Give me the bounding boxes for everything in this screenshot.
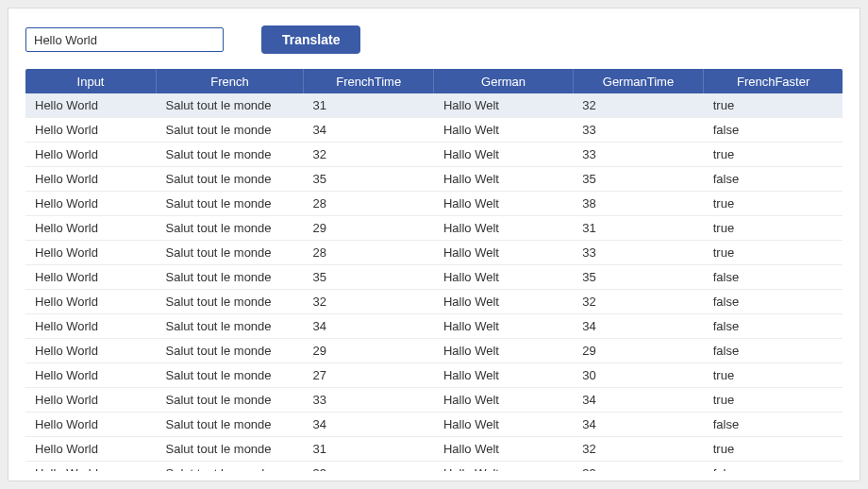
cell-input: Hello World: [25, 216, 157, 241]
cell-german: Hallo Welt: [434, 167, 573, 192]
cell-input: Hello World: [25, 388, 157, 413]
col-header-french-time[interactable]: FrenchTime: [303, 69, 434, 93]
cell-input: Hello World: [25, 93, 157, 118]
col-header-input[interactable]: Input: [25, 69, 157, 93]
cell-french: Salut tout le monde: [157, 413, 304, 437]
cell-french-time: 34: [303, 118, 434, 143]
cell-german-time: 33: [573, 462, 704, 472]
cell-french-faster: false: [704, 339, 843, 363]
cell-input: Hello World: [25, 192, 157, 216]
cell-input: Hello World: [25, 118, 157, 143]
cell-french-time: 33: [303, 388, 434, 413]
cell-french-time: 27: [303, 363, 434, 388]
cell-german: Hallo Welt: [434, 216, 573, 241]
cell-french: Salut tout le monde: [157, 437, 304, 462]
table-row[interactable]: Hello WorldSalut tout le monde32Hallo We…: [25, 290, 843, 314]
cell-german: Hallo Welt: [434, 241, 573, 265]
toolbar: Translate: [25, 25, 843, 54]
cell-french: Salut tout le monde: [157, 290, 304, 314]
cell-german: Hallo Welt: [434, 265, 573, 290]
cell-german: Hallo Welt: [434, 314, 573, 339]
table-row[interactable]: Hello WorldSalut tout le monde35Hallo We…: [25, 265, 843, 290]
cell-german: Hallo Welt: [434, 363, 573, 388]
cell-german: Hallo Welt: [434, 118, 573, 143]
cell-french: Salut tout le monde: [157, 241, 304, 265]
cell-german-time: 29: [573, 339, 704, 363]
cell-french-time: 31: [303, 437, 434, 462]
cell-german: Hallo Welt: [434, 192, 573, 216]
table-row[interactable]: Hello WorldSalut tout le monde35Hallo We…: [25, 167, 843, 192]
col-header-german[interactable]: German: [434, 69, 573, 93]
table-row[interactable]: Hello WorldSalut tout le monde29Hallo We…: [25, 339, 843, 363]
cell-german-time: 31: [573, 216, 704, 241]
cell-german: Hallo Welt: [434, 437, 573, 462]
table-row[interactable]: Hello WorldSalut tout le monde34Hallo We…: [25, 413, 843, 437]
cell-french-time: 29: [303, 216, 434, 241]
cell-french-time: 32: [303, 143, 434, 167]
results-grid[interactable]: Input French FrenchTime German GermanTim…: [25, 69, 843, 471]
source-text-input[interactable]: [25, 27, 224, 52]
table-row[interactable]: Hello WorldSalut tout le monde28Hallo We…: [25, 241, 843, 265]
cell-french: Salut tout le monde: [157, 388, 304, 413]
cell-german-time: 35: [573, 167, 704, 192]
cell-french: Salut tout le monde: [157, 143, 304, 167]
cell-french-time: 34: [303, 314, 434, 339]
cell-french-time: 34: [303, 413, 434, 437]
cell-input: Hello World: [25, 314, 157, 339]
cell-french: Salut tout le monde: [157, 167, 304, 192]
cell-french-time: 35: [303, 167, 434, 192]
cell-german-time: 33: [573, 118, 704, 143]
cell-french-faster: true: [704, 437, 843, 462]
cell-german-time: 34: [573, 314, 704, 339]
cell-french-faster: false: [704, 314, 843, 339]
cell-french-faster: false: [704, 413, 843, 437]
col-header-french[interactable]: French: [157, 69, 304, 93]
table-row[interactable]: Hello WorldSalut tout le monde33Hallo We…: [25, 388, 843, 413]
cell-french: Salut tout le monde: [157, 93, 304, 118]
cell-french-time: 28: [303, 241, 434, 265]
cell-german: Hallo Welt: [434, 339, 573, 363]
cell-german-time: 33: [573, 241, 704, 265]
cell-input: Hello World: [25, 437, 157, 462]
table-row[interactable]: Hello WorldSalut tout le monde34Hallo We…: [25, 118, 843, 143]
cell-german: Hallo Welt: [434, 462, 573, 472]
table-row[interactable]: Hello WorldSalut tout le monde32Hallo We…: [25, 143, 843, 167]
cell-french-faster: true: [704, 241, 843, 265]
table-row[interactable]: Hello WorldSalut tout le monde31Hallo We…: [25, 93, 843, 118]
table-row[interactable]: Hello WorldSalut tout le monde29Hallo We…: [25, 216, 843, 241]
col-header-french-faster[interactable]: FrenchFaster: [704, 69, 843, 93]
table-row[interactable]: Hello WorldSalut tout le monde27Hallo We…: [25, 363, 843, 388]
cell-french-time: 32: [303, 290, 434, 314]
cell-german: Hallo Welt: [434, 290, 573, 314]
table-row[interactable]: Hello WorldSalut tout le monde31Hallo We…: [25, 437, 843, 462]
cell-french-faster: false: [704, 290, 843, 314]
cell-french-faster: true: [704, 388, 843, 413]
cell-french-faster: true: [704, 363, 843, 388]
col-header-german-time[interactable]: GermanTime: [573, 69, 704, 93]
cell-german-time: 35: [573, 265, 704, 290]
cell-french-faster: true: [704, 93, 843, 118]
table-row[interactable]: Hello WorldSalut tout le monde28Hallo We…: [25, 192, 843, 216]
cell-input: Hello World: [25, 265, 157, 290]
cell-french-time: 35: [303, 265, 434, 290]
cell-german-time: 30: [573, 363, 704, 388]
cell-input: Hello World: [25, 167, 157, 192]
cell-german: Hallo Welt: [434, 388, 573, 413]
cell-german-time: 33: [573, 143, 704, 167]
cell-french-faster: false: [704, 167, 843, 192]
cell-french-time: 28: [303, 192, 434, 216]
app-panel: Translate Input French FrenchTime German…: [8, 8, 860, 481]
cell-german-time: 34: [573, 388, 704, 413]
cell-french-faster: false: [704, 462, 843, 472]
table-row[interactable]: Hello WorldSalut tout le monde34Hallo We…: [25, 314, 843, 339]
cell-input: Hello World: [25, 241, 157, 265]
cell-input: Hello World: [25, 413, 157, 437]
table-row[interactable]: Hello WorldSalut tout le monde33Hallo We…: [25, 462, 843, 472]
cell-french: Salut tout le monde: [157, 339, 304, 363]
cell-french-faster: true: [704, 216, 843, 241]
cell-german-time: 38: [573, 192, 704, 216]
translate-button[interactable]: Translate: [261, 25, 360, 54]
cell-german-time: 32: [573, 290, 704, 314]
cell-german: Hallo Welt: [434, 413, 573, 437]
cell-french: Salut tout le monde: [157, 314, 304, 339]
